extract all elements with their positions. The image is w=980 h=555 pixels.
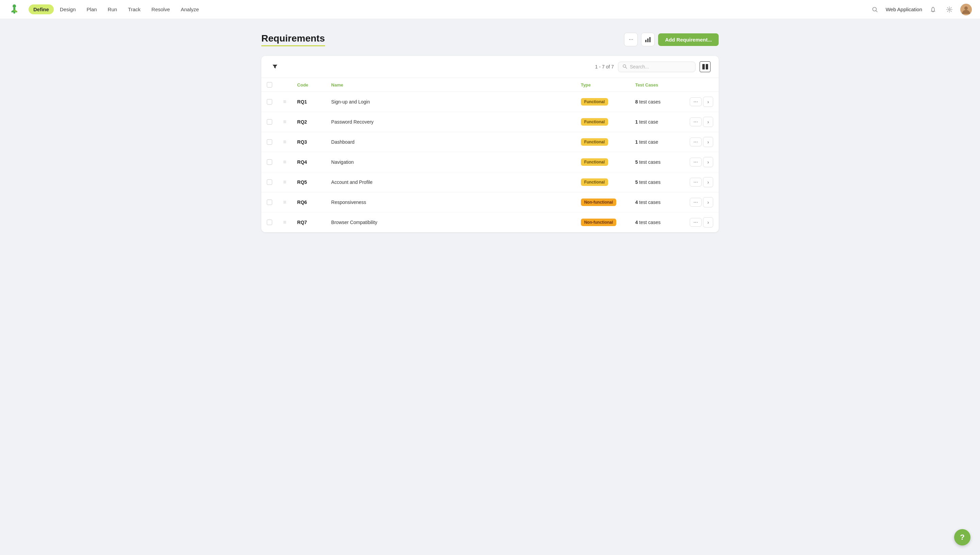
nav-define[interactable]: Define — [29, 5, 54, 14]
nav-links: Define Design Plan Run Track Resolve Ana… — [29, 5, 870, 14]
row-checkbox[interactable] — [267, 159, 272, 165]
header-type: Type — [576, 78, 630, 92]
row-expand-button[interactable]: › — [703, 97, 713, 107]
table-toolbar: 1 - 7 of 7 — [261, 56, 719, 78]
nav-right: Web Application — [870, 4, 972, 15]
row-code: RQ5 — [292, 172, 326, 192]
row-expand-button[interactable]: › — [703, 117, 713, 127]
search-icon[interactable] — [870, 4, 880, 15]
requirements-table-card: 1 - 7 of 7 — [261, 56, 719, 232]
drag-handle-icon[interactable]: ≡ — [283, 99, 286, 105]
svg-rect-11 — [649, 37, 651, 42]
row-test-cases: 8 test cases — [630, 92, 684, 112]
row-more-button[interactable]: ··· — [690, 158, 702, 167]
drag-handle-icon[interactable]: ≡ — [283, 219, 286, 225]
row-checkbox[interactable] — [267, 119, 272, 125]
row-name: Navigation — [326, 152, 575, 172]
row-actions: ··· › — [684, 112, 719, 132]
row-actions: ··· › — [684, 172, 719, 192]
nav-plan[interactable]: Plan — [82, 5, 102, 14]
row-expand-button[interactable]: › — [703, 157, 713, 167]
notification-icon[interactable] — [927, 4, 938, 15]
type-badge: Functional — [581, 158, 608, 166]
row-actions: ··· › — [684, 192, 719, 212]
pagination-info: 1 - 7 of 7 — [595, 64, 614, 69]
row-expand-button[interactable]: › — [703, 137, 713, 147]
row-more-button[interactable]: ··· — [690, 117, 702, 126]
row-expand-button[interactable]: › — [703, 217, 713, 228]
row-expand-button[interactable]: › — [703, 197, 713, 207]
type-badge: Non-functional — [581, 199, 617, 206]
header-code: Code — [292, 78, 326, 92]
type-badge: Functional — [581, 178, 608, 186]
svg-rect-10 — [647, 38, 649, 42]
drag-handle-icon[interactable]: ≡ — [283, 159, 286, 165]
row-checkbox-cell — [261, 212, 278, 233]
row-code: RQ6 — [292, 192, 326, 212]
svg-line-5 — [876, 11, 877, 12]
columns-toggle-icon[interactable] — [700, 61, 710, 72]
nav-run[interactable]: Run — [103, 5, 122, 14]
row-name: Responsiveness — [326, 192, 575, 212]
header-actions: ··· Add Requirement... — [624, 33, 719, 46]
row-checkbox[interactable] — [267, 180, 272, 185]
row-actions: ··· › — [684, 92, 719, 112]
nav-resolve[interactable]: Resolve — [147, 5, 174, 14]
row-more-button[interactable]: ··· — [690, 198, 702, 207]
row-type: Non-functional — [576, 192, 630, 212]
row-expand-button[interactable]: › — [703, 177, 713, 187]
search-input[interactable] — [630, 64, 691, 69]
settings-icon[interactable] — [944, 4, 955, 15]
svg-point-6 — [949, 8, 950, 10]
row-checkbox[interactable] — [267, 199, 272, 205]
row-drag-cell: ≡ — [278, 152, 292, 172]
drag-handle-icon[interactable]: ≡ — [283, 199, 286, 205]
row-name: Account and Profile — [326, 172, 575, 192]
nav-design[interactable]: Design — [55, 5, 81, 14]
row-code: RQ3 — [292, 132, 326, 152]
row-drag-cell: ≡ — [278, 172, 292, 192]
row-type: Functional — [576, 92, 630, 112]
help-button[interactable]: ? — [954, 529, 970, 545]
table-row: ≡ RQ4 Navigation Functional 5 test cases… — [261, 152, 719, 172]
row-checkbox[interactable] — [267, 220, 272, 225]
nav-track[interactable]: Track — [123, 5, 145, 14]
select-all-checkbox[interactable] — [267, 82, 272, 88]
row-checkbox[interactable] — [267, 139, 272, 145]
search-box — [618, 62, 695, 72]
row-more-button[interactable]: ··· — [690, 178, 702, 187]
row-checkbox-cell — [261, 92, 278, 112]
row-type: Functional — [576, 112, 630, 132]
row-checkbox-cell — [261, 172, 278, 192]
row-test-cases: 4 test cases — [630, 192, 684, 212]
page-header: Requirements ··· Add Requirement... — [261, 33, 719, 46]
row-more-button[interactable]: ··· — [690, 218, 702, 227]
row-more-button[interactable]: ··· — [690, 97, 702, 106]
chart-button[interactable] — [641, 33, 655, 46]
more-options-button[interactable]: ··· — [624, 33, 638, 46]
col-bar-2 — [706, 64, 708, 69]
drag-handle-icon[interactable]: ≡ — [283, 179, 286, 185]
requirements-table: Code Name Type Test Cases ≡ RQ1 Sign-up … — [261, 78, 719, 232]
row-more-button[interactable]: ··· — [690, 138, 702, 146]
add-requirement-button[interactable]: Add Requirement... — [658, 34, 719, 46]
row-drag-cell: ≡ — [278, 192, 292, 212]
app-logo[interactable] — [8, 3, 21, 16]
nav-analyze[interactable]: Analyze — [176, 5, 203, 14]
row-code: RQ1 — [292, 92, 326, 112]
table-row: ≡ RQ2 Password Recovery Functional 1 tes… — [261, 112, 719, 132]
table-row: ≡ RQ7 Browser Compatibility Non-function… — [261, 212, 719, 233]
ellipsis-icon: ··· — [629, 37, 633, 43]
table-row: ≡ RQ6 Responsiveness Non-functional 4 te… — [261, 192, 719, 212]
drag-handle-icon[interactable]: ≡ — [283, 119, 286, 125]
header-name: Name — [326, 78, 575, 92]
navbar: Define Design Plan Run Track Resolve Ana… — [0, 0, 980, 19]
filter-icon[interactable] — [270, 61, 280, 72]
user-avatar[interactable] — [960, 4, 972, 15]
row-drag-cell: ≡ — [278, 112, 292, 132]
row-checkbox[interactable] — [267, 99, 272, 104]
type-badge: Functional — [581, 138, 608, 146]
drag-handle-icon[interactable]: ≡ — [283, 139, 286, 145]
row-actions: ··· › — [684, 152, 719, 172]
svg-point-0 — [13, 5, 16, 8]
